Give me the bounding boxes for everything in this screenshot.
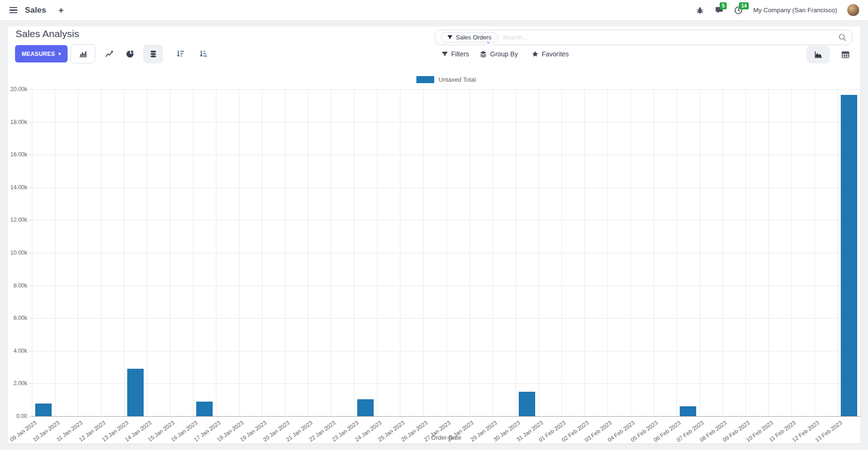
- group-by-label: Group By: [490, 50, 518, 58]
- bar-06-feb-2023[interactable]: [680, 406, 696, 416]
- legend-label: Untaxed Total: [438, 76, 476, 83]
- gridline: [147, 89, 147, 416]
- gridline: [768, 89, 769, 416]
- search-input[interactable]: [503, 34, 838, 41]
- content-card: Sales Analysis MEASURES ▾: [8, 26, 860, 443]
- gridline: [722, 89, 723, 416]
- y-tick-label: 20.00k: [1, 86, 27, 93]
- y-tick-label: 8.00k: [1, 282, 27, 289]
- chart-legend[interactable]: Untaxed Total: [32, 76, 860, 83]
- gridline: [538, 89, 539, 416]
- user-avatar[interactable]: [847, 4, 860, 16]
- sort-descending-icon: [177, 50, 184, 58]
- bar-13-jan-2023[interactable]: [127, 369, 144, 416]
- area-chart-icon: [814, 51, 822, 59]
- gridline: [676, 89, 677, 416]
- gridline: [78, 89, 78, 416]
- pie-chart-icon: [126, 50, 134, 58]
- star-icon: [532, 51, 538, 57]
- gridline: [584, 89, 585, 416]
- debug-bug-icon[interactable]: [695, 6, 705, 15]
- measures-button[interactable]: MEASURES ▾: [15, 45, 68, 62]
- pivot-view-button[interactable]: [834, 46, 857, 63]
- graph-view-button[interactable]: [807, 46, 830, 63]
- sort-ascending-icon: [200, 50, 207, 58]
- measures-label: MEASURES: [22, 51, 55, 57]
- y-tick-label: 6.00k: [1, 315, 27, 321]
- pie-chart-button[interactable]: [120, 45, 140, 62]
- y-tick-label: 2.00k: [1, 380, 27, 387]
- filters-label: Filters: [451, 50, 469, 58]
- search-bar[interactable]: Sales Orders: [435, 30, 853, 45]
- gridline: [308, 89, 308, 416]
- company-name[interactable]: My Company (San Francisco): [753, 7, 837, 14]
- activities-clock-icon[interactable]: 14: [734, 6, 743, 15]
- gridline: [469, 89, 470, 416]
- line-chart-icon: [105, 50, 114, 58]
- gridline: [216, 89, 216, 416]
- page-title: Sales Analysis: [15, 28, 79, 39]
- line-chart-button[interactable]: [100, 45, 119, 62]
- search-icon[interactable]: [838, 33, 846, 41]
- bar-23-jan-2023[interactable]: [357, 399, 374, 416]
- bar-chart-button[interactable]: [70, 44, 95, 63]
- stacked-button[interactable]: [143, 45, 163, 63]
- apps-menu-icon[interactable]: [8, 5, 18, 16]
- filter-funnel-icon: [447, 35, 453, 40]
- sort-descending-button[interactable]: [170, 45, 190, 62]
- bar-30-jan-2023[interactable]: [519, 392, 535, 416]
- navbar-right: 5 14 My Company (San Francisco): [695, 4, 860, 16]
- legend-swatch: [416, 76, 434, 83]
- bar-09-jan-2023[interactable]: [35, 403, 52, 416]
- y-tick-label: 18.00k: [1, 119, 27, 125]
- gridline: [262, 89, 262, 416]
- gridline: [492, 89, 493, 416]
- gridline: [239, 89, 239, 416]
- y-tick-label: 16.00k: [1, 151, 27, 158]
- y-tick-label: 0.00: [1, 413, 27, 419]
- facet-remove-icon[interactable]: ×: [485, 39, 491, 46]
- y-tick-label: 4.00k: [1, 348, 27, 354]
- app-name[interactable]: Sales: [25, 6, 46, 15]
- bar-13-feb-2023[interactable]: [841, 95, 857, 416]
- filter-funnel-icon: [442, 51, 448, 57]
- filters-menu[interactable]: Filters: [442, 47, 469, 61]
- gridline: [561, 89, 562, 416]
- gridline: [653, 89, 654, 416]
- stacked-database-icon: [149, 50, 157, 58]
- gridline: [101, 89, 101, 416]
- gridline: [515, 89, 516, 416]
- gridline: [32, 89, 32, 416]
- gridline: [124, 89, 124, 416]
- bar-16-jan-2023[interactable]: [196, 402, 213, 416]
- gridline: [837, 89, 838, 416]
- gridline: [607, 89, 608, 416]
- activities-badge: 14: [739, 2, 749, 10]
- gridline: [699, 89, 700, 416]
- gridline: [193, 89, 193, 416]
- chevron-down-icon: ▾: [58, 52, 61, 56]
- y-tick-label: 12.00k: [1, 217, 27, 223]
- group-by-menu[interactable]: Group By: [480, 47, 518, 61]
- plus-icon[interactable]: +: [58, 5, 63, 16]
- messages-icon[interactable]: 5: [714, 6, 724, 15]
- top-navbar: Sales + 5 14 My C: [0, 0, 868, 21]
- x-axis-line: [32, 416, 860, 417]
- gridline: [400, 89, 400, 416]
- gridline: [630, 89, 631, 416]
- x-axis-title: Order Date: [32, 434, 860, 441]
- favorites-menu[interactable]: Favorites: [532, 47, 569, 61]
- sort-ascending-button[interactable]: [193, 45, 213, 62]
- bar-chart-icon: [79, 50, 87, 58]
- gridline: [354, 89, 354, 416]
- gridline: [170, 89, 170, 416]
- pivot-table-icon: [841, 51, 850, 59]
- gridline: [377, 89, 377, 416]
- favorites-label: Favorites: [542, 50, 569, 58]
- gridline: [423, 89, 423, 416]
- messages-badge: 5: [720, 2, 727, 10]
- y-tick-label: 14.00k: [1, 184, 27, 191]
- gridline: [285, 89, 285, 416]
- plot-area: 09 Jan 202310 Jan 202311 Jan 202312 Jan …: [32, 89, 860, 416]
- y-tick-label: 10.00k: [1, 249, 27, 256]
